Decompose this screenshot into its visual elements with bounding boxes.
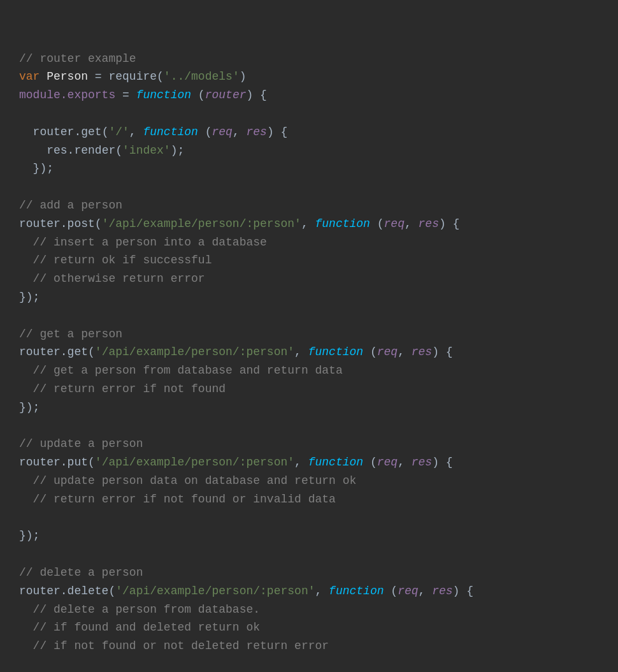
code-line [19,105,599,123]
code-line [19,655,599,672]
code-line: // insert a person into a database [19,233,599,252]
code-line: // router example [19,50,599,68]
code-line: // update a person [19,435,599,453]
code-line: }); [19,527,599,545]
code-line: // get a person from database and return… [19,362,599,380]
code-line: router.put('/api/example/person/:person'… [19,453,599,472]
code-line: // return error if not found [19,380,599,398]
code-line: // if found and deleted return ok [19,618,599,637]
code-line: router.delete('/api/example/person/:pers… [19,582,599,601]
code-line [19,178,599,196]
code-line: }); [19,159,599,178]
code-line: module.exports = function (router) { [19,86,599,105]
code-line: var Person = require('../models') [19,68,599,86]
code-line: // update person data on database and re… [19,472,599,490]
code-line: // otherwise return error [19,270,599,288]
code-line: // return ok if successful [19,251,599,270]
code-line [19,509,599,527]
code-line: // delete a person [19,564,599,582]
code-line: // get a person [19,325,599,344]
code-line: // add a person [19,196,599,215]
code-line: router.get('/api/example/person/:person'… [19,343,599,362]
code-line: router.get('/', function (req, res) { [19,123,599,142]
code-line: }); [19,398,599,417]
code-editor: // router examplevar Person = require('.… [19,13,599,672]
code-line: }); [19,288,599,307]
code-line: router.post('/api/example/person/:person… [19,215,599,233]
code-line: // if not found or not deleted return er… [19,637,599,655]
code-line [19,417,599,435]
code-line: res.render('index'); [19,142,599,160]
code-line [19,545,599,564]
code-line: // return error if not found or invalid … [19,490,599,509]
code-line [19,307,599,325]
code-line: // delete a person from database. [19,601,599,619]
